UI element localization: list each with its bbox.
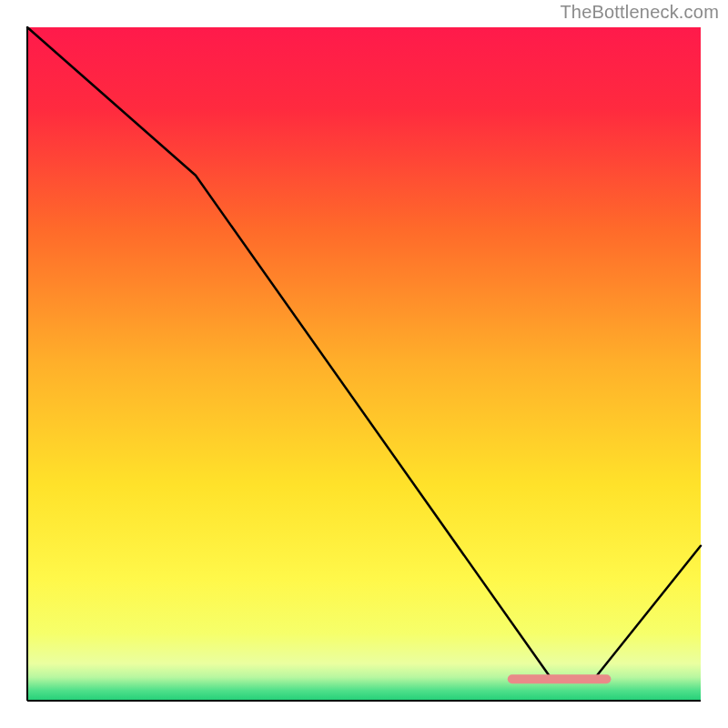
bottleneck-chart bbox=[0, 0, 728, 728]
attribution-label: TheBottleneck.com bbox=[560, 2, 719, 23]
plot-background bbox=[27, 27, 701, 701]
chart-container: TheBottleneck.com bbox=[0, 0, 728, 728]
